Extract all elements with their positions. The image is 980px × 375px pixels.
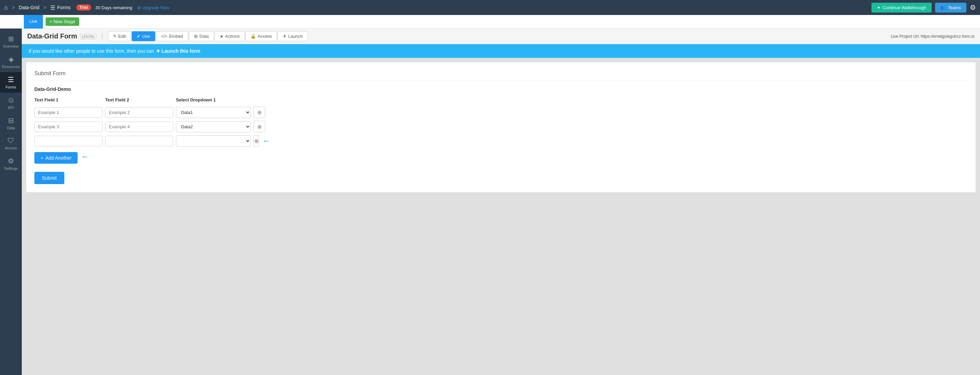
overview-icon: ⊞ <box>8 35 14 43</box>
breadcrumb-datagrid[interactable]: Data-Grid <box>19 5 40 10</box>
breadcrumb-sep-2: > <box>43 5 46 10</box>
form-scroll-area: Submit Form Data-Grid-Demo Text Field 1 … <box>22 58 980 375</box>
live-url-link[interactable]: https://errwtgoiegutrcz.form.io <box>921 34 975 39</box>
data-grid-header: Text Field 1 Text Field 2 Select Dropdow… <box>34 97 967 105</box>
form-card-title: Submit Form <box>34 70 967 81</box>
sidebar-item-overview[interactable]: ⊞ Overview <box>0 31 22 52</box>
upgrade-icon: ⊕ <box>137 5 141 10</box>
tab-edit[interactable]: ✎ Edit <box>108 31 131 41</box>
teams-button[interactable]: 👥 Teams <box>935 3 966 13</box>
row1-select[interactable]: Data1 Data2 Data3 <box>176 107 251 118</box>
remove-icon-2: ⊗ <box>257 124 262 130</box>
json-badge[interactable]: {JSON} <box>80 34 97 39</box>
actions-icon: ➤ <box>220 34 224 39</box>
trial-badge: Trial <box>76 5 92 11</box>
access-lock-icon: 🔒 <box>250 34 256 39</box>
sidebar-item-resources[interactable]: ◈ Resources <box>0 52 22 72</box>
row3-select[interactable]: Data1 Data2 Data3 <box>176 135 251 147</box>
sidebar-item-api[interactable]: ⊙ API <box>0 92 22 113</box>
api-icon: ⊙ <box>8 96 14 104</box>
col-header-3: Select Dropdown 1 <box>176 97 251 102</box>
row1-remove-button[interactable]: ⊗ <box>253 106 265 118</box>
form-header-bar: Data-Grid Form {JSON} | ✎ Edit ✔ Use <box>22 29 980 44</box>
forms-icon: ☰ <box>8 76 14 84</box>
launch-form-link[interactable]: ✈ Launch this form <box>156 48 200 54</box>
home-icon[interactable]: ⌂ <box>4 4 8 11</box>
form-title: Data-Grid Form {JSON} <box>27 32 96 40</box>
add-another-plus-icon: + <box>40 155 43 160</box>
tab-live[interactable]: Live <box>24 15 43 29</box>
tab-embed[interactable]: </> Embed <box>156 31 188 41</box>
upgrade-link[interactable]: ⊕ Upgrade Now <box>137 5 169 10</box>
submit-button[interactable]: Submit <box>34 172 64 184</box>
top-nav-right: ✦ Continue Walkthrough 👥 Teams ⚙ <box>872 3 976 13</box>
form-header-left: Data-Grid Form {JSON} | ✎ Edit ✔ Use <box>27 31 308 41</box>
row3-remove-area: ⊗ ← <box>253 135 270 147</box>
new-stage-button[interactable]: + New Stage <box>46 17 79 26</box>
access-icon: 🛡 <box>8 137 14 145</box>
settings-gear-button[interactable]: ⚙ <box>970 3 976 11</box>
settings-icon: ⚙ <box>8 157 14 165</box>
breadcrumb-sep-1: > <box>12 5 14 10</box>
edit-icon: ✎ <box>113 34 117 39</box>
row2-remove-button[interactable]: ⊗ <box>253 121 265 132</box>
sidebar-item-settings[interactable]: ⚙ Settings <box>0 154 22 174</box>
data-icon: ⊟ <box>8 116 14 124</box>
data-tab-icon: ⊞ <box>194 34 198 39</box>
row2-field2[interactable] <box>105 121 173 132</box>
tab-actions[interactable]: ➤ Actions <box>215 31 245 41</box>
form-tabs: ✎ Edit ✔ Use </> Embed ⊞ <box>108 31 308 41</box>
row1-field1[interactable] <box>34 107 102 118</box>
table-row: Data1 Data2 Data3 ⊗ ← <box>34 135 967 147</box>
row3-arrow-indicator: ← <box>262 136 270 146</box>
tab-launch[interactable]: ✈ Launch <box>278 31 308 41</box>
add-another-arrow-indicator: ← <box>81 152 89 161</box>
resources-icon: ◈ <box>8 55 14 63</box>
sidebar-item-data[interactable]: ⊟ Data <box>0 113 22 133</box>
sidebar: ⊞ Overview ◈ Resources ☰ Forms ⊙ API ⊟ D… <box>0 29 22 375</box>
days-remaining: 30 Days remaining <box>95 5 132 10</box>
sidebar-item-forms[interactable]: ☰ Forms <box>0 72 22 92</box>
remove-icon-1: ⊗ <box>257 109 262 116</box>
breadcrumb-forms[interactable]: ☰ Forms <box>50 5 71 11</box>
live-url-bar: Live Project Url: https://errwtgoiegutrc… <box>891 34 975 39</box>
launch-icon: ✈ <box>283 34 286 39</box>
add-another-row: + Add Another ← <box>34 149 967 164</box>
remove-icon-3: ⊗ <box>254 138 259 144</box>
row3-field1[interactable] <box>34 136 102 146</box>
col-header-1: Text Field 1 <box>34 97 102 102</box>
row1-field2[interactable] <box>105 107 173 118</box>
embed-icon: </> <box>161 34 167 39</box>
content-area: Data-Grid Form {JSON} | ✎ Edit ✔ Use <box>22 29 980 375</box>
top-navigation: ⌂ > Data-Grid > ☰ Forms Trial 30 Days re… <box>0 0 980 15</box>
main-layout: ⊞ Overview ◈ Resources ☰ Forms ⊙ API ⊟ D… <box>0 29 980 375</box>
sub-header: Live + New Stage <box>0 15 980 29</box>
add-another-button[interactable]: + Add Another <box>34 152 78 164</box>
col-header-2: Text Field 2 <box>105 97 173 102</box>
form-card: Submit Form Data-Grid-Demo Text Field 1 … <box>26 62 976 192</box>
divider-pipe: | <box>101 32 103 40</box>
tab-use[interactable]: ✔ Use <box>132 31 155 41</box>
row3-field2[interactable] <box>105 136 173 146</box>
table-row: Data1 Data2 Data3 ⊗ <box>34 121 967 132</box>
form-name: Data-Grid-Demo <box>34 86 967 92</box>
new-stage-plus-icon: + <box>50 19 52 24</box>
page-top: Data-Grid Form {JSON} | ✎ Edit ✔ Use <box>22 29 980 44</box>
row2-select[interactable]: Data1 Data2 Data3 <box>176 121 251 132</box>
use-icon: ✔ <box>137 34 140 39</box>
launch-banner-icon: ✈ <box>156 48 160 54</box>
sidebar-item-access[interactable]: 🛡 Access <box>0 133 22 154</box>
submit-row: Submit <box>34 164 967 184</box>
table-row: Data1 Data2 Data3 ⊗ <box>34 106 967 118</box>
row2-field1[interactable] <box>34 121 102 132</box>
continue-walkthrough-button[interactable]: ✦ Continue Walkthrough <box>872 3 932 13</box>
info-banner: If you would like other people to use th… <box>22 44 980 58</box>
forms-breadcrumb-icon: ☰ <box>50 5 55 11</box>
walkthrough-icon: ✦ <box>877 5 881 10</box>
row3-remove-button[interactable]: ⊗ <box>253 135 259 147</box>
tab-data[interactable]: ⊞ Data <box>189 31 214 41</box>
teams-icon: 👥 <box>940 5 946 10</box>
tab-access[interactable]: 🔒 Access <box>245 31 277 41</box>
